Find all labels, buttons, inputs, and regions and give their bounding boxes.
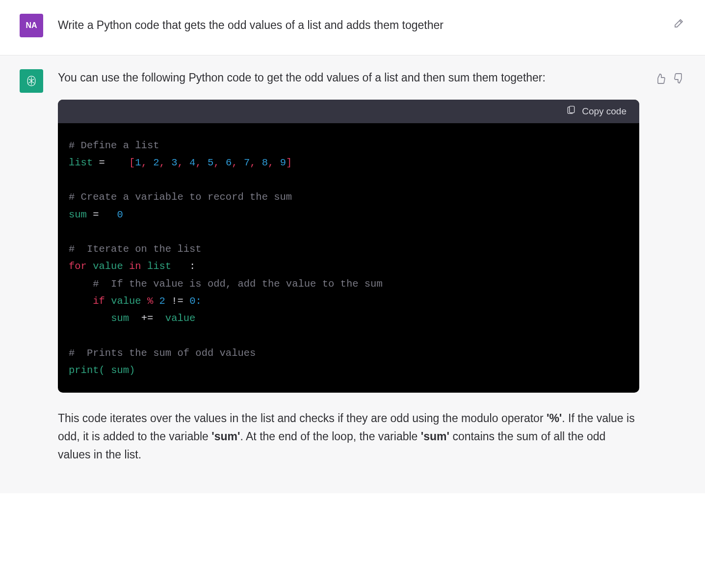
thumbs-up-icon[interactable]	[654, 72, 667, 85]
copy-code-label: Copy code	[582, 104, 627, 118]
assistant-explanation: This code iterates over the values in th…	[58, 409, 639, 463]
user-message-text: Write a Python code that gets the odd va…	[58, 14, 658, 37]
user-avatar-initials: NA	[26, 21, 37, 30]
assistant-intro-text: You can use the following Python code to…	[58, 69, 639, 87]
assistant-message-row: You can use the following Python code to…	[0, 55, 705, 493]
openai-logo-icon	[25, 74, 38, 88]
user-message-row: NA Write a Python code that gets the odd…	[0, 0, 705, 55]
user-avatar: NA	[20, 14, 43, 37]
clipboard-icon	[566, 104, 576, 118]
user-message-actions	[673, 14, 685, 37]
thumbs-down-icon[interactable]	[673, 72, 685, 85]
code-block-header: Copy code	[58, 100, 639, 123]
copy-code-button[interactable]: Copy code	[566, 104, 627, 118]
edit-icon[interactable]	[673, 17, 685, 29]
svg-rect-0	[570, 106, 574, 112]
code-content: # Define a list list = [1, 2, 3, 4, 5, 6…	[58, 123, 639, 393]
code-block: Copy code # Define a list list = [1, 2, …	[58, 100, 639, 393]
assistant-message-body: You can use the following Python code to…	[58, 69, 639, 464]
assistant-message-actions	[654, 69, 685, 464]
assistant-avatar	[20, 69, 43, 93]
